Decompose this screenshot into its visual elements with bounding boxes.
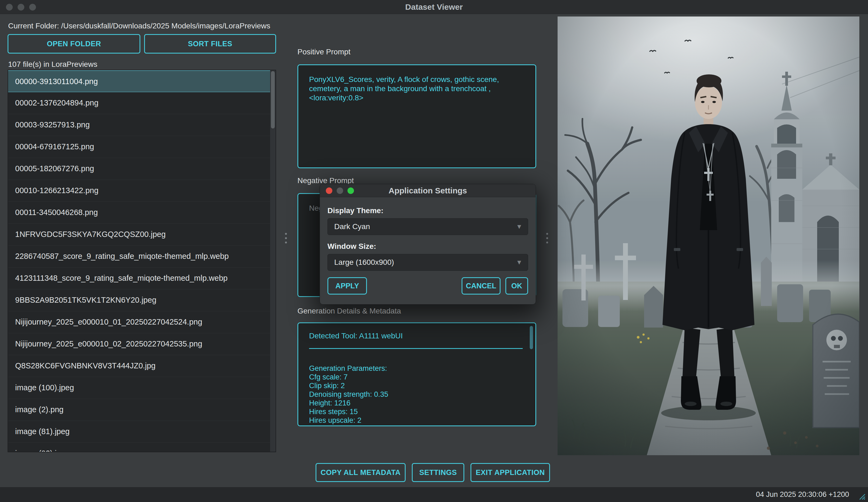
zoom-button[interactable]: [29, 4, 36, 11]
metadata-line: Hires upscale: 2: [309, 416, 525, 424]
metadata-line: Height: 1216: [309, 399, 525, 407]
window-title: Dataset Viewer: [405, 2, 463, 12]
file-item[interactable]: Q8S28KC6FVGNBNKV8V3T444JZ0.jpg: [8, 355, 276, 377]
dialog-title: Application Settings: [389, 186, 467, 195]
display-theme-select[interactable]: Dark Cyan ▼: [328, 218, 528, 235]
file-item[interactable]: 4123111348_score_9_rating_safe_miqote-th…: [8, 267, 276, 289]
window-titlebar: Dataset Viewer: [0, 0, 868, 14]
minimize-button[interactable]: [18, 4, 24, 11]
app-window: Dataset Viewer Current Folder: /Users/du…: [0, 0, 868, 502]
file-item[interactable]: Nijijourney_2025_e000010_02_202502270425…: [8, 333, 276, 355]
splitter-handle-right[interactable]: [545, 228, 549, 247]
ok-button[interactable]: OK: [505, 277, 528, 295]
dialog-zoom-button[interactable]: [348, 187, 354, 194]
copy-all-metadata-button[interactable]: COPY ALL METADATA: [316, 463, 406, 482]
file-list-items: 00000-3913011004.png00002-1376204894.png…: [8, 70, 276, 452]
current-folder-label: Current Folder: /Users/duskfall/Download…: [8, 22, 270, 30]
settings-button[interactable]: SETTINGS: [412, 463, 464, 482]
file-list-scrollbar[interactable]: [270, 70, 276, 452]
file-item[interactable]: 00004-679167125.png: [8, 136, 276, 158]
open-folder-button[interactable]: OPEN FOLDER: [8, 34, 140, 53]
cancel-button[interactable]: CANCEL: [462, 277, 500, 295]
file-count-label: 107 file(s) in LoraPreviews: [8, 60, 97, 69]
resize-grip-icon[interactable]: [858, 492, 866, 500]
preview-photo: [558, 17, 859, 455]
splitter-handle-left[interactable]: [284, 228, 288, 247]
file-item[interactable]: image (81).jpeg: [8, 421, 276, 443]
file-item[interactable]: 00000-3913011004.png: [8, 70, 276, 92]
metadata-textarea[interactable]: Detected Tool: A1111 webUI Generation Pa…: [298, 322, 536, 426]
application-settings-dialog: Application Settings Display Theme: Dark…: [320, 184, 536, 305]
scrollbar-thumb[interactable]: [271, 71, 275, 129]
dialog-close-button[interactable]: [326, 187, 332, 194]
metadata-scrollbar-thumb[interactable]: [530, 326, 533, 349]
file-item[interactable]: 00005-182067276.png: [8, 158, 276, 180]
file-item[interactable]: image (2).png: [8, 399, 276, 421]
chevron-down-icon: ▼: [516, 254, 523, 270]
status-bar: 04 Jun 2025 20:30:06 +1200: [0, 487, 868, 502]
image-preview: [558, 17, 859, 455]
metadata-section-label: Generation Details & Metadata: [298, 307, 401, 315]
metadata-line: Cfg scale: 7: [309, 373, 525, 381]
file-item[interactable]: image (100).jpeg: [8, 377, 276, 399]
file-item[interactable]: 00002-1376204894.png: [8, 92, 276, 114]
metadata-lines: Generation Parameters:Cfg scale: 7Clip s…: [309, 364, 525, 424]
window-size-value: Large (1600x900): [334, 258, 394, 267]
positive-prompt-textarea[interactable]: PonyXLV6_Scores, verity, A flock of crow…: [298, 64, 536, 168]
file-list[interactable]: 00000-3913011004.png00002-1376204894.png…: [8, 70, 276, 452]
file-item[interactable]: Nijijourney_2025_e000010_01_202502270425…: [8, 311, 276, 333]
file-item[interactable]: 00003-93257913.png: [8, 114, 276, 136]
metadata-divider: [309, 348, 523, 349]
exit-application-button[interactable]: EXIT APPLICATION: [471, 463, 550, 482]
sort-files-button[interactable]: SORT FILES: [144, 34, 276, 53]
chevron-down-icon: ▼: [516, 218, 523, 235]
metadata-line: Denoising strength: 0.35: [309, 390, 525, 399]
window-size-label: Window Size:: [328, 242, 528, 251]
dialog-titlebar: Application Settings: [320, 184, 536, 197]
file-item[interactable]: 00010-1266213422.png: [8, 180, 276, 202]
dialog-minimize-button[interactable]: [337, 187, 343, 194]
metadata-line: Generation Parameters:: [309, 364, 525, 373]
positive-prompt-label: Positive Prompt: [298, 48, 350, 56]
status-timestamp: 04 Jun 2025 20:30:06 +1200: [756, 490, 849, 499]
file-item[interactable]: 2286740587_score_9_rating_safe_miqote-th…: [8, 246, 276, 267]
window-size-select[interactable]: Large (1600x900) ▼: [328, 254, 528, 271]
file-item[interactable]: 9BBS2A9B2051TK5VK1T2KN6Y20.jpeg: [8, 289, 276, 311]
file-item[interactable]: 00011-3450046268.png: [8, 202, 276, 224]
display-theme-value: Dark Cyan: [334, 222, 370, 231]
display-theme-label: Display Theme:: [328, 206, 528, 215]
metadata-line: Clip skip: 2: [309, 381, 525, 390]
metadata-line: Hires steps: 15: [309, 407, 525, 416]
apply-button[interactable]: APPLY: [328, 277, 367, 295]
close-button[interactable]: [6, 4, 13, 11]
file-item[interactable]: 1NFRVGDC5F3SKYA7KGQ2CQSZ00.jpeg: [8, 224, 276, 246]
detected-tool-line: Detected Tool: A1111 webUI: [309, 331, 525, 340]
positive-prompt-text: PonyXLV6_Scores, verity, A flock of crow…: [309, 75, 499, 102]
file-item[interactable]: image (92).jpeg: [8, 443, 276, 452]
